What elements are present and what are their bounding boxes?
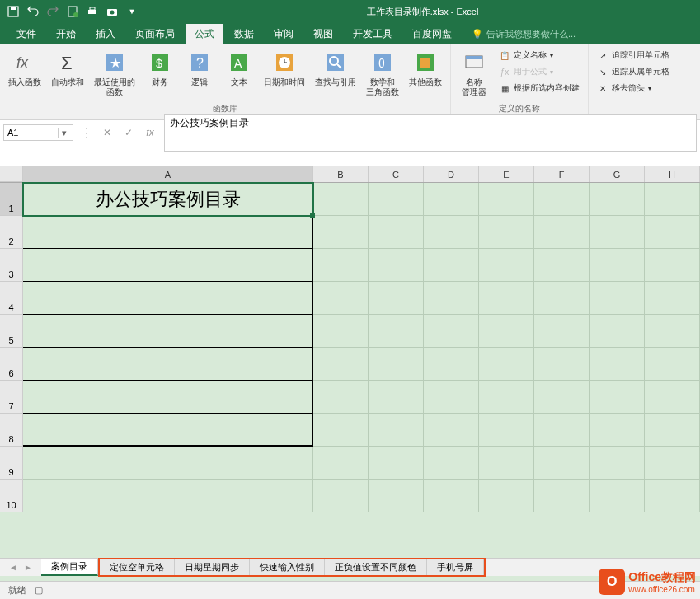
cell-a1[interactable]: 办公技巧案例目录 [23, 183, 313, 216]
column-header-g[interactable]: G [590, 166, 645, 182]
cell[interactable] [479, 183, 534, 216]
row-header-5[interactable]: 5 [0, 315, 23, 348]
cell[interactable] [534, 480, 590, 512]
menu-insert[interactable]: 插入 [87, 24, 124, 44]
cell[interactable] [424, 348, 479, 381]
recent-button[interactable]: ★ 最近使用的 函数 [91, 48, 139, 99]
cell[interactable] [479, 249, 534, 282]
cell[interactable] [369, 315, 424, 348]
enter-icon[interactable]: ✓ [121, 127, 136, 138]
redo-icon[interactable] [46, 5, 59, 18]
cell[interactable] [313, 480, 369, 512]
cell[interactable] [590, 315, 645, 348]
cell[interactable] [313, 381, 369, 414]
tell-me-box[interactable]: 💡 告诉我您想要做什么... [472, 28, 576, 40]
cell[interactable] [369, 249, 424, 282]
cell[interactable] [369, 282, 424, 315]
cell[interactable] [369, 414, 424, 447]
column-header-c[interactable]: C [369, 166, 424, 182]
row-header-4[interactable]: 4 [0, 282, 23, 315]
row-header-2[interactable]: 2 [0, 216, 23, 249]
cell[interactable] [23, 414, 313, 447]
cell[interactable] [645, 249, 700, 282]
financial-button[interactable]: $ 财务 [142, 48, 178, 89]
cell[interactable] [590, 381, 645, 414]
tab-prev-icon[interactable]: ◄ [7, 561, 20, 574]
cell[interactable] [313, 414, 369, 447]
menu-file[interactable]: 文件 [8, 24, 45, 44]
column-header-a[interactable]: A [23, 166, 313, 182]
cell[interactable] [369, 381, 424, 414]
cell[interactable] [313, 249, 369, 282]
cell[interactable] [590, 282, 645, 315]
tab-next-icon[interactable]: ► [21, 561, 35, 574]
cell[interactable] [23, 480, 313, 512]
cell[interactable] [479, 414, 534, 447]
cell[interactable] [590, 183, 645, 216]
cell[interactable] [534, 315, 590, 348]
cell[interactable] [313, 447, 369, 480]
cancel-icon[interactable]: ✕ [100, 127, 115, 138]
save-icon[interactable] [7, 5, 20, 18]
cell[interactable] [645, 216, 700, 249]
tab-item[interactable]: 定位空单元格 [100, 559, 175, 575]
column-header-d[interactable]: D [424, 166, 479, 182]
row-header-9[interactable]: 9 [0, 447, 23, 480]
column-header-f[interactable]: F [534, 166, 590, 182]
cell[interactable] [313, 183, 369, 216]
remove-arrows-button[interactable]: ✕移去箭头 ▾ [594, 81, 673, 96]
cell[interactable] [23, 447, 313, 480]
define-name-button[interactable]: 📋定义名称 ▾ [496, 48, 583, 63]
autosum-button[interactable]: Σ 自动求和 [48, 48, 87, 89]
name-box-dropdown-icon[interactable]: ▾ [58, 128, 69, 138]
cell[interactable] [23, 282, 313, 315]
cell[interactable] [23, 315, 313, 348]
cell[interactable] [424, 282, 479, 315]
cell[interactable] [590, 249, 645, 282]
datetime-button[interactable]: 日期和时间 [261, 48, 308, 89]
insert-function-button[interactable]: fx 插入函数 [5, 48, 45, 89]
row-header-6[interactable]: 6 [0, 348, 23, 381]
select-all-button[interactable] [0, 166, 23, 182]
cell[interactable] [369, 480, 424, 512]
row-header-7[interactable]: 7 [0, 381, 23, 414]
tab-active[interactable]: 案例目录 [41, 559, 98, 576]
cell[interactable] [590, 480, 645, 512]
row-header-3[interactable]: 3 [0, 249, 23, 282]
cell[interactable] [424, 447, 479, 480]
cell[interactable] [645, 414, 700, 447]
cell[interactable] [645, 447, 700, 480]
cell[interactable] [590, 414, 645, 447]
record-macro-icon[interactable]: ▢ [35, 585, 43, 596]
cell[interactable] [534, 381, 590, 414]
cell[interactable] [313, 348, 369, 381]
column-header-e[interactable]: E [479, 166, 534, 182]
logical-button[interactable]: ? 逻辑 [181, 48, 218, 89]
tab-item[interactable]: 日期星期同步 [175, 559, 250, 575]
cell[interactable] [424, 315, 479, 348]
print-icon[interactable] [86, 5, 99, 18]
cell[interactable] [645, 381, 700, 414]
cell[interactable] [369, 447, 424, 480]
row-header-1[interactable]: 1 [0, 183, 23, 216]
trace-precedents-button[interactable]: ↗追踪引用单元格 [594, 48, 673, 63]
cell[interactable] [534, 414, 590, 447]
cell[interactable] [369, 348, 424, 381]
cell[interactable] [645, 282, 700, 315]
menu-layout[interactable]: 页面布局 [127, 24, 183, 44]
text-button[interactable]: A 文本 [221, 48, 257, 89]
cell[interactable] [23, 348, 313, 381]
name-box[interactable]: A1 ▾ [3, 124, 73, 141]
cell[interactable] [534, 183, 590, 216]
column-header-b[interactable]: B [313, 166, 369, 182]
menu-data[interactable]: 数据 [226, 24, 262, 44]
tab-item[interactable]: 正负值设置不同颜色 [325, 559, 427, 575]
create-from-selection-button[interactable]: ▦根据所选内容创建 [496, 81, 583, 96]
cell[interactable] [479, 480, 534, 512]
new-icon[interactable] [66, 5, 79, 18]
cell[interactable] [479, 282, 534, 315]
menu-review[interactable]: 审阅 [265, 24, 302, 44]
fx-icon[interactable]: fx [143, 127, 157, 138]
cell[interactable] [645, 348, 700, 381]
menu-formulas[interactable]: 公式 [186, 24, 223, 44]
